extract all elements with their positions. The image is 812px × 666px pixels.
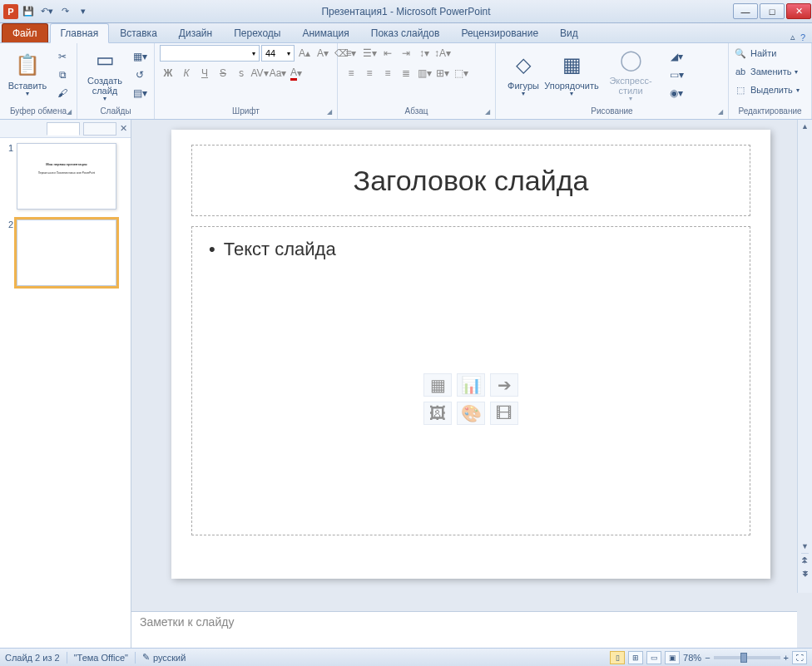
underline-icon[interactable]: Ч: [196, 65, 213, 81]
slideshow-view-button[interactable]: ▣: [665, 651, 680, 664]
tab-file[interactable]: Файл: [2, 23, 48, 42]
normal-view-button[interactable]: ▯: [610, 651, 625, 664]
columns-icon[interactable]: ▥▾: [416, 65, 433, 81]
maximize-button[interactable]: □: [760, 3, 785, 19]
arrange-button[interactable]: ▦ Упорядочить▾: [549, 46, 594, 104]
paragraph-launcher-icon[interactable]: ◢: [485, 108, 490, 116]
align-right-icon[interactable]: ≡: [379, 65, 396, 81]
find-button[interactable]: 🔍Найти: [734, 45, 776, 62]
clipboard-launcher-icon[interactable]: ◢: [67, 108, 72, 116]
reset-icon[interactable]: ↺: [131, 67, 149, 83]
shadow-icon[interactable]: ꜱ: [233, 65, 250, 81]
tab-transitions[interactable]: Переходы: [223, 23, 291, 42]
replace-button[interactable]: abЗаменить▾: [734, 63, 798, 80]
zoom-out-icon[interactable]: −: [705, 653, 710, 663]
next-slide-icon[interactable]: ⯯: [801, 567, 809, 580]
group-editing-label: Редактирование: [734, 105, 806, 117]
tab-design[interactable]: Дизайн: [168, 23, 223, 42]
thumbnail-1[interactable]: 1 Моя первая презентация Первые шаги в О…: [0, 138, 131, 215]
zoom-level[interactable]: 78%: [683, 653, 701, 663]
prev-slide-icon[interactable]: ⯭: [801, 554, 809, 567]
thumbnail-2[interactable]: 2: [0, 215, 131, 291]
content-placeholder[interactable]: •Текст слайда ▦ 📊 ➔ 🖼 🎨 🎞: [191, 226, 750, 535]
shape-fill-icon[interactable]: ◢▾: [667, 48, 686, 65]
grow-font-icon[interactable]: A▴: [296, 45, 313, 62]
zoom-slider[interactable]: [714, 656, 780, 659]
text-direction-icon[interactable]: ↕A▾: [434, 45, 451, 62]
align-text-icon[interactable]: ⊞▾: [434, 65, 451, 81]
close-button[interactable]: ✕: [786, 3, 811, 19]
minimize-button[interactable]: —: [733, 3, 758, 19]
copy-icon[interactable]: ⧉: [53, 67, 72, 83]
increase-indent-icon[interactable]: ⇥: [398, 45, 414, 62]
align-center-icon[interactable]: ≡: [361, 65, 378, 81]
layout-icon[interactable]: ▦▾: [131, 48, 149, 65]
group-clipboard-label: Буфер обмена◢: [5, 105, 72, 117]
scroll-down-icon[interactable]: ▼: [798, 540, 812, 553]
insert-table-icon[interactable]: ▦: [423, 373, 452, 397]
numbering-icon[interactable]: ☰▾: [361, 45, 378, 62]
paste-button[interactable]: 📋 Вставить ▾: [5, 46, 50, 104]
save-icon[interactable]: 💾: [20, 3, 37, 20]
outline-tab[interactable]: [83, 122, 116, 136]
ribbon-minimize-icon[interactable]: ▵: [790, 32, 795, 42]
align-justify-icon[interactable]: ≣: [398, 65, 414, 81]
insert-chart-icon[interactable]: 📊: [457, 373, 485, 397]
shape-outline-icon[interactable]: ▭▾: [667, 67, 686, 83]
shape-effects-icon[interactable]: ◉▾: [667, 85, 686, 101]
vertical-scrollbar[interactable]: ▲ ▼ ⯭ ⯯: [797, 120, 812, 593]
fit-to-window-button[interactable]: ⛶: [792, 651, 807, 664]
spellcheck-icon[interactable]: ✎: [142, 652, 150, 663]
tab-insert[interactable]: Вставка: [109, 23, 168, 42]
sorter-view-button[interactable]: ⊞: [628, 651, 643, 664]
font-launcher-icon[interactable]: ◢: [327, 108, 332, 116]
qat-customize-icon[interactable]: ▾: [75, 3, 92, 20]
app-icon[interactable]: P: [3, 4, 18, 19]
line-spacing-icon[interactable]: ↕▾: [416, 45, 433, 62]
zoom-in-icon[interactable]: +: [784, 653, 789, 663]
insert-smartart-icon[interactable]: ➔: [490, 373, 518, 397]
smartart-icon[interactable]: ⬚▾: [453, 65, 469, 81]
strike-icon[interactable]: S: [215, 65, 231, 81]
thumbnails-close-icon[interactable]: ✕: [120, 123, 127, 134]
undo-icon[interactable]: ↶▾: [38, 3, 55, 20]
spacing-icon[interactable]: AV▾: [251, 65, 268, 81]
slide-canvas[interactable]: Заголовок слайда •Текст слайда ▦ 📊 ➔ 🖼 🎨…: [131, 120, 812, 611]
tab-view[interactable]: Вид: [549, 23, 589, 42]
reading-view-button[interactable]: ▭: [646, 651, 661, 664]
express-styles-button[interactable]: ◯ Экспресс-стили▾: [597, 46, 664, 104]
help-icon[interactable]: ?: [800, 32, 805, 42]
italic-icon[interactable]: К: [178, 65, 195, 81]
font-color-icon[interactable]: A▾: [288, 65, 304, 81]
decrease-indent-icon[interactable]: ⇤: [379, 45, 396, 62]
drawing-launcher-icon[interactable]: ◢: [718, 108, 723, 116]
quick-access-toolbar: P 💾 ↶▾ ↷ ▾: [0, 3, 92, 20]
notes-pane[interactable]: Заметки к слайду: [131, 611, 797, 648]
bold-icon[interactable]: Ж: [160, 65, 176, 81]
new-slide-button[interactable]: ▭ Создать слайд ▾: [82, 46, 127, 104]
section-icon[interactable]: ▤▾: [131, 85, 149, 101]
cut-icon[interactable]: ✂: [53, 48, 72, 65]
tab-review[interactable]: Рецензирование: [450, 23, 549, 42]
shrink-font-icon[interactable]: A▾: [314, 45, 331, 62]
tab-home[interactable]: Главная: [50, 23, 110, 43]
tab-animations[interactable]: Анимация: [291, 23, 359, 42]
redo-icon[interactable]: ↷: [57, 3, 73, 20]
align-left-icon[interactable]: ≡: [343, 65, 359, 81]
scroll-up-icon[interactable]: ▲: [798, 120, 812, 133]
shapes-button[interactable]: ◇ Фигуры▾: [501, 46, 546, 104]
title-placeholder[interactable]: Заголовок слайда: [191, 145, 750, 216]
font-family-combo[interactable]: ▾: [160, 45, 260, 62]
insert-clipart-icon[interactable]: 🎨: [457, 402, 485, 425]
insert-picture-icon[interactable]: 🖼: [423, 402, 452, 425]
slides-tab[interactable]: [47, 122, 80, 136]
font-size-combo[interactable]: 44▾: [261, 45, 295, 62]
format-painter-icon[interactable]: 🖌: [53, 85, 72, 101]
paste-label: Вставить: [8, 81, 47, 91]
select-button[interactable]: ⬚Выделить▾: [734, 81, 800, 98]
change-case-icon[interactable]: Aa▾: [270, 65, 286, 81]
status-language[interactable]: русский: [153, 653, 186, 663]
bullets-icon[interactable]: ≡▾: [343, 45, 359, 62]
insert-media-icon[interactable]: 🎞: [490, 402, 518, 425]
tab-slideshow[interactable]: Показ слайдов: [360, 23, 451, 42]
